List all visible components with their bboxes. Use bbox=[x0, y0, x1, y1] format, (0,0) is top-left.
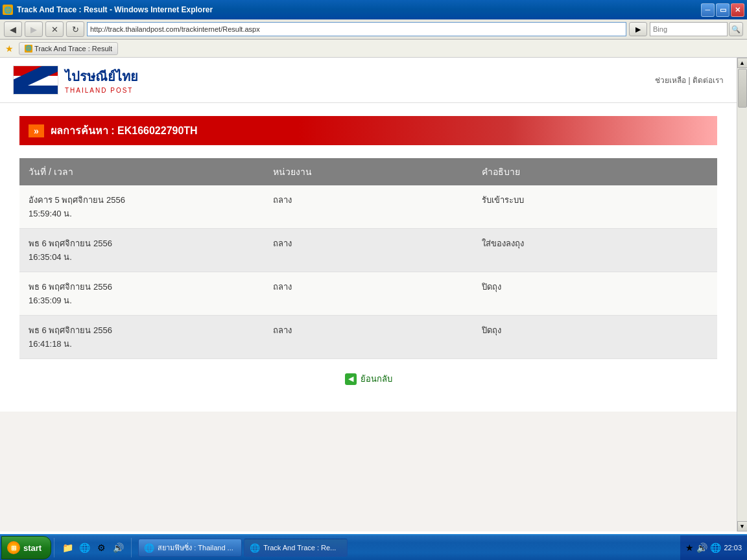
page-content: » ผลการค้นหา : EK166022790TH วันที่ / เว… bbox=[0, 103, 737, 412]
windows-logo: ⊞ bbox=[7, 541, 20, 554]
cell-date: พธ 6 พฤศจิกายน 255616:35:04 น. bbox=[19, 229, 264, 272]
title-bar-controls: ─ ▭ ✕ bbox=[701, 3, 744, 17]
taskbar-icon-2[interactable]: 🌐 bbox=[77, 540, 92, 555]
col-date: วันที่ / เวลา bbox=[19, 158, 264, 185]
taskbar-icon-1[interactable]: 📁 bbox=[60, 540, 75, 555]
cell-unit: ถลาง bbox=[264, 272, 473, 316]
search-button[interactable]: 🔍 bbox=[729, 22, 743, 36]
address-bar-container: http://track.thailandpost.com/trackinter… bbox=[87, 22, 647, 36]
cell-desc: ปิดถุง bbox=[473, 316, 717, 359]
fav-ie-icon: 🌐 bbox=[25, 45, 32, 52]
go-button[interactable]: ▶ bbox=[629, 22, 647, 36]
clock-time: 22:03 bbox=[724, 544, 742, 552]
cell-unit: ถลาง bbox=[264, 316, 473, 359]
address-bar[interactable]: http://track.thailandpost.com/trackinter… bbox=[87, 22, 626, 36]
tracking-table: วันที่ / เวลา หน่วยงาน คำอธิบาย อังคาร 5… bbox=[19, 158, 717, 359]
result-title: ผลการค้นหา : EK166022790TH bbox=[51, 122, 198, 139]
systray-icon-2: 🔊 bbox=[696, 542, 707, 553]
scroll-down-button[interactable]: ▼ bbox=[737, 521, 748, 531]
back-button-link[interactable]: ◀ ย้อนกลับ bbox=[345, 372, 392, 386]
minimize-button[interactable]: ─ bbox=[701, 3, 715, 17]
back-button[interactable]: ◀ bbox=[4, 21, 22, 37]
window-title: Track And Trace : Result - Windows Inter… bbox=[17, 5, 213, 14]
back-container: ◀ ย้อนกลับ bbox=[19, 359, 717, 399]
cell-unit: ถลาง bbox=[264, 229, 473, 272]
taskbar-windows: 🌐สยามฟิษซิ่ง : Thailand ...🌐Track And Tr… bbox=[134, 539, 680, 557]
taskbar-divider bbox=[54, 538, 54, 557]
col-desc: คำอธิบาย bbox=[473, 158, 717, 185]
stop-button[interactable]: ✕ bbox=[45, 21, 64, 37]
content-area: ไปรษณีย์ไทย THAILAND POST ช่วยเหลือ | ติ… bbox=[0, 58, 737, 531]
search-container: 🔍 bbox=[650, 22, 743, 36]
cell-date: พธ 6 พฤศจิกายน 255616:41:18 น. bbox=[19, 316, 264, 359]
col-unit: หน่วยงาน bbox=[264, 158, 473, 185]
systray-icon-3: 🌐 bbox=[710, 542, 721, 553]
favorites-tab-label: Track And Trace : Result bbox=[34, 45, 112, 52]
cell-desc: ปิดถุง bbox=[473, 272, 717, 316]
favorites-star: ★ bbox=[5, 43, 14, 54]
scroll-track[interactable] bbox=[737, 68, 747, 521]
result-header: » ผลการค้นหา : EK166022790TH bbox=[19, 116, 717, 145]
search-input[interactable] bbox=[650, 22, 728, 36]
refresh-button[interactable]: ↻ bbox=[66, 21, 84, 37]
taskbar-divider-2 bbox=[131, 538, 132, 557]
taskbar-window-0[interactable]: 🌐สยามฟิษซิ่ง : Thailand ... bbox=[138, 539, 242, 557]
header-links: ช่วยเหลือ | ติดต่อเรา bbox=[655, 74, 724, 86]
taskbar-icon-4[interactable]: 🔊 bbox=[110, 540, 126, 555]
start-button[interactable]: ⊞ start bbox=[1, 536, 51, 559]
page-header: ไปรษณีย์ไทย THAILAND POST ช่วยเหลือ | ติ… bbox=[0, 58, 737, 103]
table-row: อังคาร 5 พฤศจิกายน 255615:59:40 น. ถลาง … bbox=[19, 185, 717, 229]
close-button[interactable]: ✕ bbox=[731, 3, 744, 17]
favorites-tab[interactable]: 🌐 Track And Trace : Result bbox=[19, 42, 118, 55]
cell-date: อังคาร 5 พฤศจิกายน 255615:59:40 น. bbox=[19, 185, 264, 229]
taskbar: ⊞ start 📁 🌐 ⚙ 🔊 🌐สยามฟิษซิ่ง : Thailand … bbox=[0, 534, 747, 560]
cell-desc: รับเข้าระบบ bbox=[473, 185, 717, 229]
start-label: start bbox=[23, 543, 42, 553]
address-text: http://track.thailandpost.com/trackinter… bbox=[90, 25, 260, 33]
back-label: ย้อนกลับ bbox=[361, 372, 392, 386]
logo: ไปรษณีย์ไทย THAILAND POST bbox=[13, 65, 138, 95]
logo-text: ไปรษณีย์ไทย bbox=[65, 66, 138, 87]
scroll-thumb[interactable] bbox=[738, 69, 747, 108]
table-row: พธ 6 พฤศจิกายน 255616:35:09 น. ถลาง ปิดถ… bbox=[19, 272, 717, 316]
scrollbar[interactable]: ▲ ▼ bbox=[737, 58, 747, 531]
taskbar-window-1[interactable]: 🌐Track And Trace : Re... bbox=[244, 539, 348, 557]
cell-desc: ใส่ของลงถุง bbox=[473, 229, 717, 272]
logo-sub: THAILAND POST bbox=[65, 87, 138, 94]
back-arrow-icon: ◀ bbox=[345, 373, 357, 385]
table-row: พธ 6 พฤศจิกายน 255616:35:04 น. ถลาง ใส่ข… bbox=[19, 229, 717, 272]
title-bar: 🌐 Track And Trace : Result - Windows Int… bbox=[0, 0, 747, 19]
cell-date: พธ 6 พฤศจิกายน 255616:35:09 น. bbox=[19, 272, 264, 316]
result-arrow-icon: » bbox=[29, 124, 44, 137]
taskbar-icon-3[interactable]: ⚙ bbox=[93, 540, 109, 555]
scroll-up-button[interactable]: ▲ bbox=[737, 58, 748, 68]
forward-button[interactable]: ▶ bbox=[25, 21, 43, 37]
restore-button[interactable]: ▭ bbox=[716, 3, 729, 17]
taskbar-right: ★ 🔊 🌐 22:03 bbox=[680, 535, 747, 560]
title-bar-left: 🌐 Track And Trace : Result - Windows Int… bbox=[3, 5, 213, 15]
ie-icon: 🌐 bbox=[3, 5, 13, 15]
table-row: พธ 6 พฤศจิกายน 255616:41:18 น. ถลาง ปิดถ… bbox=[19, 316, 717, 359]
favorites-bar: ★ 🌐 Track And Trace : Result bbox=[0, 40, 747, 58]
thailand-post-page: ไปรษณีย์ไทย THAILAND POST ช่วยเหลือ | ติ… bbox=[0, 58, 737, 447]
taskbar-icons: 📁 🌐 ⚙ 🔊 bbox=[57, 540, 128, 555]
systray-icon-1: ★ bbox=[685, 542, 694, 553]
system-time: 22:03 bbox=[724, 544, 742, 552]
page-area: ไปรษณีย์ไทย THAILAND POST ช่วยเหลือ | ติ… bbox=[0, 58, 747, 531]
cell-unit: ถลาง bbox=[264, 185, 473, 229]
browser-toolbar: ◀ ▶ ✕ ↻ http://track.thailandpost.com/tr… bbox=[0, 19, 747, 40]
